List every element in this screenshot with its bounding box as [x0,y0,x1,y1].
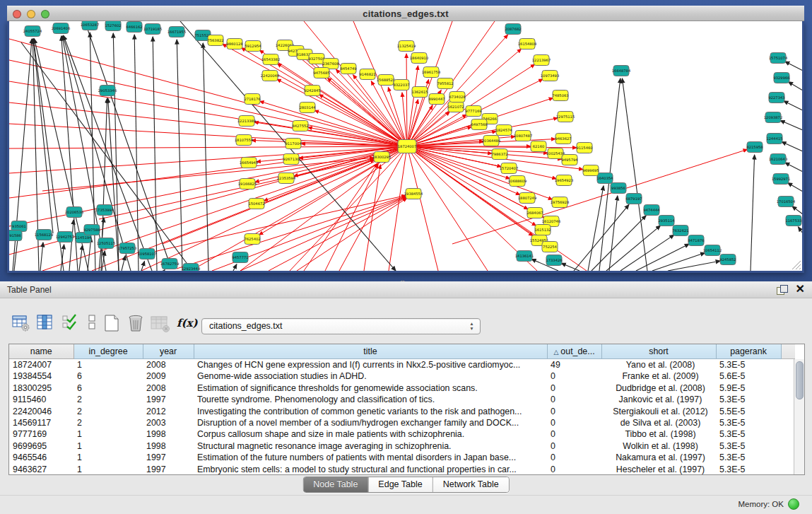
cell-pagerank[interactable]: 5.5E-5 [716,406,781,417]
network-node[interactable]: 2803144 [299,103,316,113]
network-node[interactable]: 1824574 [495,125,512,136]
cell-out-degree[interactable]: 0 [547,452,601,463]
network-edge[interactable] [407,141,483,146]
cell-short[interactable]: de Silva et al. (2003) [601,417,716,428]
network-node[interactable]: 16543382 [261,54,280,65]
network-node[interactable]: 6466162 [126,22,142,33]
network-edge[interactable] [592,216,646,271]
network-node[interactable]: 1640354 [596,173,613,184]
network-node[interactable]: 12093872 [764,112,782,123]
cell-title[interactable]: Changes of HCN gene expression and I(f) … [194,359,547,371]
cell-name[interactable]: 9777169 [9,428,73,440]
scrollbar-thumb[interactable] [796,361,804,399]
cell-year[interactable]: 2009 [143,370,194,382]
network-node[interactable]: 5912954 [245,41,261,52]
cell-year[interactable]: 1998 [143,440,194,452]
network-node[interactable]: 1362615 [411,87,428,98]
network-node[interactable]: 10719185 [143,24,162,35]
network-edge[interactable] [798,227,802,233]
network-node[interactable]: 9227343 [768,93,784,103]
network-node[interactable]: 2935114 [658,216,675,226]
network-edge[interactable] [622,78,647,271]
function-builder-icon[interactable]: f(x) [177,317,196,338]
network-node[interactable]: 9267130 [283,154,299,165]
cell-pagerank[interactable]: 5.3E-5 [716,417,781,428]
network-node[interactable]: 1504672 [248,199,264,209]
network-node[interactable]: 8215958 [746,142,763,153]
cell-pagerank[interactable]: 5.3E-5 [716,440,781,452]
network-edge[interactable] [751,155,755,271]
cell-title[interactable]: Genome-wide association studies in ADHD. [194,370,547,382]
table-row[interactable]: 1938455462009Genome-wide association stu… [9,370,795,382]
cell-name[interactable]: 19384554 [9,370,73,382]
cell-in-degree[interactable]: 1 [73,359,143,371]
cell-name[interactable]: 18724007 [9,359,73,371]
network-node[interactable]: 9329966 [773,73,789,83]
network-node[interactable]: 18640910 [410,53,428,64]
network-node[interactable]: 17957253 [118,243,136,254]
network-edge[interactable] [652,253,705,271]
network-node[interactable]: 10653287 [81,21,99,30]
cell-in-degree[interactable]: 2 [73,417,143,428]
network-edge[interactable] [134,35,139,271]
table-row[interactable]: 1872400712008Changes of HCN gene express… [9,359,795,371]
network-node[interactable]: 7563822 [207,35,223,46]
network-node[interactable]: 7632621 [672,226,688,236]
cell-in-degree[interactable]: 1 [73,452,143,463]
network-node[interactable]: 10654112 [703,245,722,256]
network-node[interactable]: 7625402 [244,234,260,245]
table-row[interactable]: 946554611997Estimation of the future num… [9,452,795,463]
cell-in-degree[interactable]: 1 [73,464,143,475]
network-node[interactable]: 993856 [611,183,626,194]
network-edge[interactable] [609,196,618,271]
cell-year[interactable]: 2003 [143,417,194,428]
cell-pagerank[interactable]: 5.3E-5 [716,464,781,475]
network-node[interactable]: 17016504 [777,197,796,207]
column-header-pagerank[interactable]: pagerank [716,344,781,359]
cell-out-degree[interactable]: 0 [547,370,601,382]
network-node[interactable]: 7986372 [491,149,507,160]
cell-title[interactable]: Estimation of the future numbers of pati… [194,452,547,463]
column-header-year[interactable]: year [143,344,194,359]
network-node[interactable]: 1167533 [785,216,801,226]
network-edge[interactable] [339,146,407,271]
network-node[interactable]: 2087682 [505,24,521,35]
network-node[interactable]: 9115460 [576,143,592,153]
network-node[interactable]: 752254 [542,242,558,252]
cell-short[interactable]: Dudbridge et al. (2008) [601,382,716,394]
network-edge[interactable] [153,37,157,271]
network-node[interactable]: 20364486 [482,136,500,146]
select-column-icon[interactable] [37,314,57,335]
network-node[interactable]: 1615132 [534,225,551,235]
cell-pagerank[interactable]: 5.3E-5 [716,394,781,405]
table-row[interactable]: 969969511998Structural magnetic resonanc… [9,440,795,452]
network-node[interactable]: 12353594 [277,173,296,184]
network-node[interactable]: 9297588 [83,225,100,235]
table-row[interactable]: 1830029562008Estimation of significance … [9,382,795,394]
network-edge[interactable] [61,245,64,271]
network-edge[interactable] [452,149,748,244]
network-edge[interactable] [406,54,407,146]
network-canvas[interactable]: 2405572420691406106532871527602646616210… [9,21,802,271]
tab-network-table[interactable]: Network Table [433,477,509,492]
cell-out-degree[interactable]: 0 [547,440,601,452]
network-node[interactable]: 20206536 [65,207,83,218]
cell-title[interactable]: Investigating the contribution of common… [194,406,547,417]
network-node[interactable]: 9457771 [232,252,248,263]
table-row[interactable]: 1456911722003Disruption of a novel membe… [9,417,795,428]
network-node[interactable]: 62160 [531,141,546,152]
network-edge[interactable] [788,183,802,192]
cell-year[interactable]: 1997 [143,464,194,475]
table-vertical-scrollbar[interactable] [794,359,804,474]
cell-name[interactable]: 18300295 [9,382,73,394]
table-row[interactable]: 946362711997Embryonic stem cells: a mode… [9,464,795,475]
network-node[interactable]: 1621072 [447,102,464,112]
network-node[interactable]: 10688609 [508,176,526,187]
row-height-icon[interactable] [86,314,105,335]
cell-out-degree[interactable]: 0 [547,406,601,417]
cell-name[interactable]: 9115460 [9,394,73,405]
cell-title[interactable]: Estimation of significance thresholds fo… [194,382,547,394]
column-header-name[interactable]: name [9,344,73,359]
float-panel-icon[interactable] [777,285,788,295]
network-edge[interactable] [177,196,406,269]
